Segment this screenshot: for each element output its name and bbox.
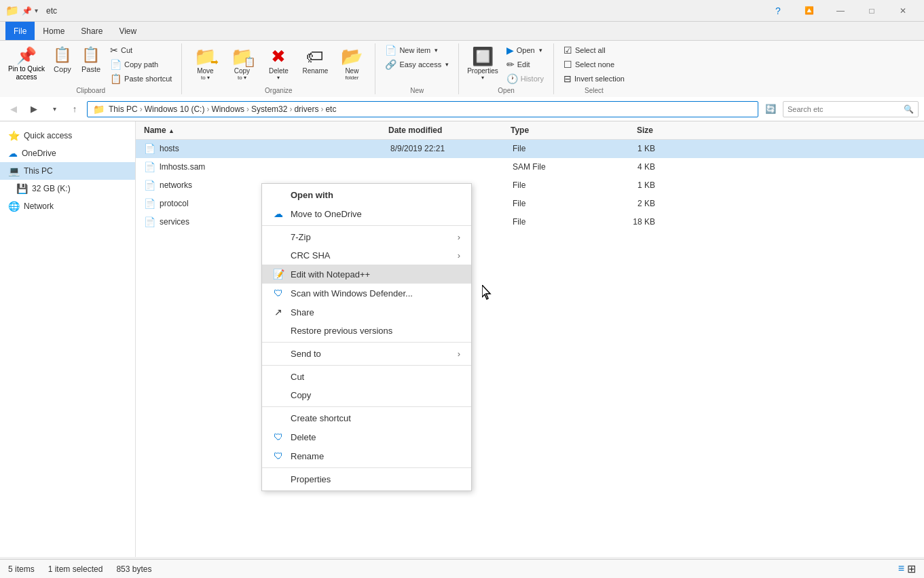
col-header-name[interactable]: Name ▲	[144, 126, 388, 135]
file-row-protocol[interactable]: 📄 protocol File 2 KB	[136, 195, 924, 213]
sidebar-item-32gb[interactable]: 💾 32 GB (K:)	[0, 180, 135, 197]
tab-share[interactable]: Share	[73, 22, 111, 40]
pin-to-quick-access-btn[interactable]: 📌 Pin to Quickaccess	[5, 43, 48, 84]
ctx-properties[interactable]: Properties	[262, 470, 471, 488]
title-pin-icon[interactable]: 📌	[22, 6, 32, 16]
back-btn[interactable]: ◀	[5, 101, 22, 117]
view-details-icon[interactable]: ≡	[898, 562, 904, 575]
search-bar[interactable]: 🔍	[783, 101, 919, 117]
tab-view[interactable]: View	[111, 22, 145, 40]
path-segment-drivers[interactable]: drivers	[294, 104, 318, 114]
clipboard-items: 📌 Pin to Quickaccess 📋 Copy 📋 Paste ✂ Cu…	[5, 43, 176, 85]
delete-btn[interactable]: ✖ Delete ▾	[261, 43, 296, 83]
move-to-btn[interactable]: 📁 ➡ Move to ▾	[187, 43, 223, 83]
path-segment-c[interactable]: Windows 10 (C:)	[145, 104, 205, 114]
history-icon: 🕐	[506, 73, 518, 84]
ctx-cut[interactable]: Cut	[262, 368, 471, 386]
copy-path-btn[interactable]: 📄 Copy path	[106, 58, 176, 71]
quick-access-icon[interactable]: 📁	[5, 4, 19, 17]
copy-btn[interactable]: 📋 Copy	[49, 43, 76, 77]
ctx-move-onedrive[interactable]: ☁ Move to OneDrive	[262, 204, 471, 223]
select-items: ☑ Select all ☐ Select none ⊟ Invert sele…	[559, 43, 629, 85]
sidebar-item-this-pc[interactable]: 💻 This PC	[0, 162, 135, 180]
select-all-btn[interactable]: ☑ Select all	[559, 43, 629, 57]
ctx-7zip[interactable]: 7-Zip ›	[262, 228, 471, 246]
path-segment-windows[interactable]: Windows	[211, 104, 244, 114]
ctx-notepadpp[interactable]: 📝 Edit with Notepad++	[262, 265, 471, 284]
ctx-copy[interactable]: Copy	[262, 386, 471, 404]
properties-btn[interactable]: 🔲 Properties ▾	[464, 43, 501, 83]
tab-file[interactable]: File	[5, 22, 35, 40]
easy-access-btn[interactable]: 🔗 Easy access ▾	[381, 58, 453, 71]
ctx-divider-4	[262, 406, 471, 407]
paste-btn[interactable]: 📋 Paste	[77, 43, 105, 77]
ctx-rename[interactable]: 🛡 Rename	[262, 446, 471, 465]
ctx-send-to[interactable]: Send to ›	[262, 345, 471, 363]
view-tiles-icon[interactable]: ⊞	[907, 562, 916, 575]
ribbon-group-select: ☑ Select all ☐ Select none ⊟ Invert sele…	[554, 43, 634, 94]
clipboard-small-btns: ✂ Cut 📄 Copy path 📋 Paste shortcut	[106, 43, 176, 85]
path-segment-system32[interactable]: System32	[251, 104, 287, 114]
refresh-btn[interactable]: 🔄	[762, 101, 779, 117]
copy-to-btn[interactable]: 📁 📋 Copy to ▾	[224, 43, 259, 83]
ctx-open-with[interactable]: Open with	[262, 186, 471, 204]
new-item-btn[interactable]: 📄 New item ▾	[381, 43, 453, 57]
ctx-restore-versions[interactable]: Restore previous versions	[262, 322, 471, 340]
up-btn[interactable]: ↑	[67, 101, 83, 117]
file-row-hosts[interactable]: 📄 hosts 8/9/2019 22:21 File 1 KB	[136, 140, 924, 158]
recent-locations-btn[interactable]: ▾	[46, 101, 62, 117]
ctx-defender[interactable]: 🛡 Scan with Windows Defender...	[262, 284, 471, 303]
col-header-date[interactable]: Date modified	[388, 126, 511, 135]
close-btn[interactable]: ✕	[887, 0, 919, 22]
easy-access-icon: 🔗	[385, 59, 396, 70]
title-arrow-icon[interactable]: ▾	[35, 7, 38, 14]
ribbon-group-clipboard: 📌 Pin to Quickaccess 📋 Copy 📋 Paste ✂ Cu…	[0, 43, 182, 94]
ctx-share[interactable]: ↗ Share	[262, 303, 471, 322]
sidebar-item-network[interactable]: 🌐 Network	[0, 197, 135, 215]
drive-icon: 💾	[16, 183, 28, 194]
open-btn[interactable]: ▶ Open ▾	[502, 43, 548, 57]
edit-btn[interactable]: ✏ Edit	[502, 58, 548, 71]
ctx-create-shortcut[interactable]: Create shortcut	[262, 409, 471, 427]
cut-icon: ✂	[110, 45, 118, 56]
sidebar-item-quick-access[interactable]: ⭐ Quick access	[0, 127, 135, 144]
status-count: 5 items	[8, 564, 35, 574]
ctx-crc-arrow: ›	[458, 250, 460, 261]
history-btn[interactable]: 🕐 History	[502, 72, 548, 85]
tab-home[interactable]: Home	[35, 22, 73, 40]
help-btn[interactable]: ?	[762, 0, 794, 22]
copy-icon: 📋	[53, 46, 71, 64]
cut-btn[interactable]: ✂ Cut	[106, 43, 176, 57]
invert-selection-btn[interactable]: ⊟ Invert selection	[559, 72, 629, 85]
address-path[interactable]: 📁 This PC › Windows 10 (C:) › Windows › …	[87, 101, 758, 117]
invert-selection-icon: ⊟	[563, 73, 572, 84]
file-type-hosts: File	[513, 144, 601, 153]
this-pc-icon: 💻	[8, 166, 20, 176]
file-row-networks[interactable]: 📄 networks File 1 KB	[136, 176, 924, 195]
search-input[interactable]	[788, 105, 901, 113]
clipboard-label: Clipboard	[76, 85, 105, 94]
file-size-protocol: 2 KB	[601, 199, 655, 208]
file-row-services[interactable]: 📄 services File 18 KB	[136, 213, 924, 231]
col-header-type[interactable]: Type	[511, 126, 599, 135]
path-segment-pc[interactable]: This PC	[109, 104, 138, 114]
ribbon-group-new: 📄 New item ▾ 🔗 Easy access ▾ New	[375, 43, 459, 94]
file-row-lmhosts[interactable]: 📄 lmhosts.sam SAM File 4 KB	[136, 158, 924, 176]
file-type-services: File	[513, 217, 601, 227]
open-icon: ▶	[506, 45, 514, 56]
ctx-onedrive-icon: ☁	[273, 208, 284, 219]
path-segment-etc[interactable]: etc	[325, 104, 336, 114]
paste-shortcut-btn[interactable]: 📋 Paste shortcut	[106, 72, 176, 85]
collapse-ribbon-btn[interactable]: 🔼	[794, 0, 825, 22]
ctx-crc-sha[interactable]: CRC SHA ›	[262, 246, 471, 265]
forward-btn[interactable]: ▶	[26, 101, 42, 117]
sidebar-item-onedrive[interactable]: ☁ OneDrive	[0, 144, 135, 162]
ctx-delete[interactable]: 🛡 Delete	[262, 427, 471, 446]
ctx-sendto-arrow: ›	[458, 349, 460, 359]
select-none-btn[interactable]: ☐ Select none	[559, 58, 629, 71]
col-header-size[interactable]: Size	[599, 126, 653, 135]
minimize-btn[interactable]: —	[825, 0, 856, 22]
rename-btn[interactable]: 🏷 Rename	[297, 43, 333, 77]
new-folder-btn[interactable]: 📂 New folder	[334, 43, 369, 83]
maximize-btn[interactable]: □	[856, 0, 887, 22]
